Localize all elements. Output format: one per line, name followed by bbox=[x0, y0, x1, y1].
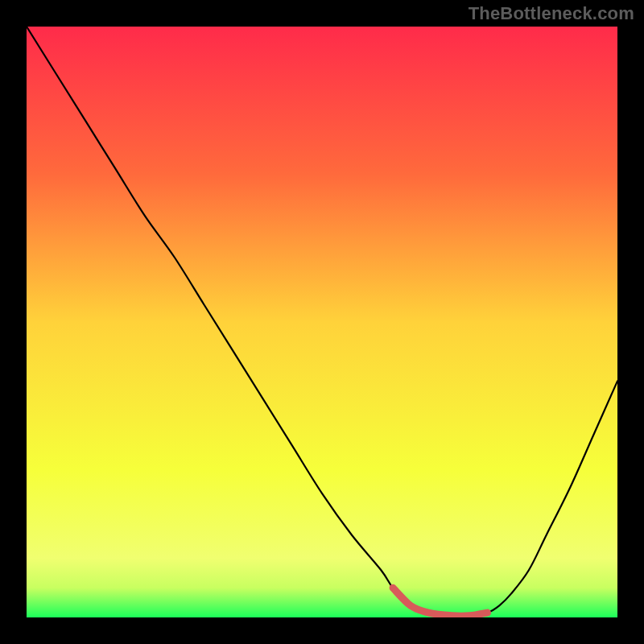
chart-plot-area bbox=[27, 27, 617, 617]
chart-frame: TheBottleneck.com bbox=[0, 0, 644, 644]
chart-svg bbox=[27, 27, 617, 617]
gradient-background bbox=[27, 27, 617, 617]
watermark-text: TheBottleneck.com bbox=[469, 3, 634, 24]
